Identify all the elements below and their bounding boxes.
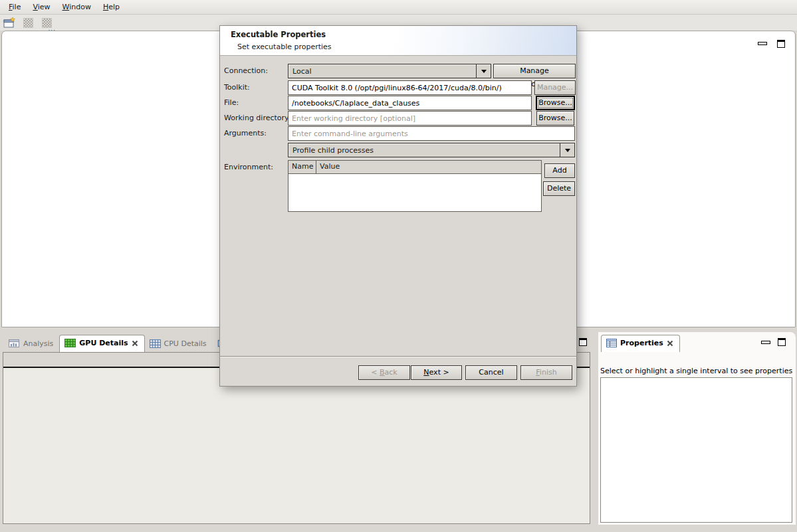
cancel-button[interactable]: Cancel xyxy=(465,365,517,380)
working-directory-label: Working directory: xyxy=(224,111,290,126)
cpu-details-icon xyxy=(150,339,161,348)
tab-gpu-details[interactable]: GPU Details xyxy=(59,335,144,352)
browse-file-button[interactable]: Browse... xyxy=(536,96,575,110)
file-label: File: xyxy=(224,96,239,110)
environment-label: Environment: xyxy=(224,160,273,175)
tab-analysis[interactable]: Analysis xyxy=(4,335,59,352)
maximize-icon[interactable] xyxy=(777,40,785,48)
next-button[interactable]: Next > xyxy=(411,365,462,380)
arguments-label: Arguments: xyxy=(224,126,267,141)
env-col-name[interactable]: Name xyxy=(288,161,316,173)
working-directory-input[interactable] xyxy=(288,111,532,126)
connection-label: Connection: xyxy=(224,64,268,78)
dialog-title: Executable Properties xyxy=(231,30,326,39)
connection-select[interactable]: Local xyxy=(288,64,491,78)
dialog-subtitle: Set executable properties xyxy=(237,43,332,51)
environment-table[interactable]: Name Value xyxy=(288,160,542,212)
properties-panel: Properties Select or highlight a single … xyxy=(598,332,796,525)
env-col-value[interactable]: Value xyxy=(316,161,541,173)
close-icon[interactable] xyxy=(132,340,138,347)
tab-properties-label: Properties xyxy=(620,339,663,347)
close-icon[interactable] xyxy=(667,340,673,347)
environment-table-header: Name Value xyxy=(288,161,541,174)
profile-child-processes-select[interactable]: Profile child processes xyxy=(288,143,575,157)
profile-child-value: Profile child processes xyxy=(288,146,560,155)
properties-empty-box xyxy=(600,377,792,523)
back-button: < Back xyxy=(358,365,410,380)
manage-connections-button[interactable]: Manage connections... xyxy=(493,64,576,78)
tab-cpu-details[interactable]: CPU Details xyxy=(145,336,213,352)
gpu-details-icon xyxy=(64,339,76,347)
analysis-icon xyxy=(9,339,20,348)
browse-workdir-button[interactable]: Browse... xyxy=(536,111,574,126)
executable-properties-dialog: Executable Properties Set executable pro… xyxy=(219,25,577,387)
menu-file[interactable]: File xyxy=(3,1,27,13)
chevron-down-icon[interactable] xyxy=(476,64,491,78)
minimize-icon[interactable] xyxy=(758,42,767,45)
panel-minimize-icon[interactable] xyxy=(761,341,770,344)
properties-icon xyxy=(606,339,617,347)
save-session-icon-disabled xyxy=(21,16,35,29)
panel-maximize-icon[interactable] xyxy=(778,338,786,346)
new-session-icon[interactable] xyxy=(2,16,17,29)
dialog-banner: Executable Properties Set executable pro… xyxy=(220,26,576,56)
tab-properties[interactable]: Properties xyxy=(601,335,680,352)
toolkit-input[interactable] xyxy=(288,80,532,95)
file-input[interactable] xyxy=(288,96,532,110)
tab-cpu-details-label: CPU Details xyxy=(164,339,207,348)
menu-window[interactable]: Window xyxy=(57,1,97,13)
menu-help[interactable]: Help xyxy=(97,1,126,13)
tab-analysis-label: Analysis xyxy=(23,339,53,348)
chevron-down-icon[interactable] xyxy=(560,143,574,157)
delete-env-button[interactable]: Delete xyxy=(543,181,575,196)
connection-value: Local xyxy=(288,67,476,76)
export-icon-disabled: ... xyxy=(39,16,54,29)
dialog-footer-separator xyxy=(220,356,576,357)
panel-maximize-icon[interactable] xyxy=(579,338,587,346)
finish-button: Finish xyxy=(520,365,572,380)
toolkit-label: Toolkit: xyxy=(224,80,250,95)
properties-hint: Select or highlight a single interval to… xyxy=(600,367,792,375)
menu-view[interactable]: View xyxy=(27,1,56,13)
menu-bar: File View Window Help xyxy=(0,0,797,15)
add-env-button[interactable]: Add xyxy=(544,163,575,178)
manage-toolkit-button: Manage... xyxy=(534,80,576,95)
arguments-input[interactable] xyxy=(288,126,575,141)
tab-gpu-details-label: GPU Details xyxy=(79,339,128,347)
